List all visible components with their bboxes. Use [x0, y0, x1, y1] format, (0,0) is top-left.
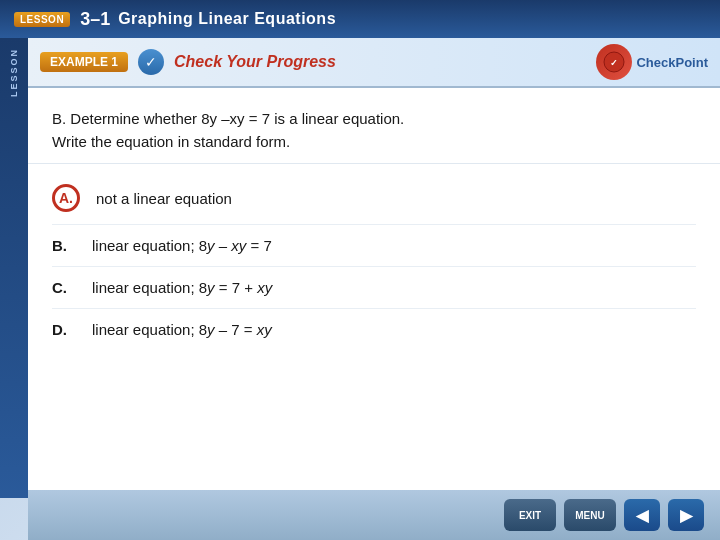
answers-container: A. not a linear equation B. linear equat… [28, 164, 720, 358]
question-line1: B. Determine whether 8y –xy = 7 is a lin… [52, 110, 404, 127]
answer-row-a[interactable]: A. not a linear equation [52, 172, 696, 225]
prev-arrow-icon: ◀ [636, 506, 648, 525]
checkpoint-logo: ✓ CheckPoint [596, 44, 708, 80]
exit-button[interactable]: EXIT [504, 499, 556, 531]
question-text-line1: B. Determine whether 8y –xy = 7 is a lin… [52, 108, 696, 153]
lesson-badge: LESSON [14, 12, 70, 27]
answer-row-c[interactable]: C. linear equation; 8y = 7 + xy [52, 267, 696, 309]
header-title: Graphing Linear Equations [118, 10, 336, 28]
answer-text-b: linear equation; 8y – xy = 7 [92, 237, 272, 254]
example-badge: EXAMPLE 1 [40, 52, 128, 72]
prev-button[interactable]: ◀ [624, 499, 660, 531]
answer-text-c: linear equation; 8y = 7 + xy [92, 279, 272, 296]
check-circle-icon: ✓ [138, 49, 164, 75]
answer-label-b: B. [52, 237, 76, 254]
answer-text-d: linear equation; 8y – 7 = xy [92, 321, 272, 338]
checkpoint-svg-icon: ✓ [603, 51, 625, 73]
lesson-sidebar: LESSON [0, 38, 28, 498]
check-mark: ✓ [145, 54, 157, 70]
top-header-bar: LESSON 3–1 Graphing Linear Equations [0, 0, 720, 38]
answer-row-d[interactable]: D. linear equation; 8y – 7 = xy [52, 309, 696, 350]
next-button[interactable]: ▶ [668, 499, 704, 531]
answer-label-c: C. [52, 279, 76, 296]
answer-text-a: not a linear equation [96, 190, 232, 207]
checkpoint-icon: ✓ [596, 44, 632, 80]
question-area: B. Determine whether 8y –xy = 7 is a lin… [28, 88, 720, 164]
next-arrow-icon: ▶ [680, 506, 692, 525]
checkpoint-text: CheckPoint [636, 55, 708, 70]
menu-label: MENU [575, 510, 604, 521]
svg-text:✓: ✓ [610, 58, 618, 68]
answer-row-b[interactable]: B. linear equation; 8y – xy = 7 [52, 225, 696, 267]
lesson-number: 3–1 [80, 9, 110, 30]
bottom-nav: EXIT MENU ◀ ▶ [28, 490, 720, 540]
exit-label: EXIT [519, 510, 541, 521]
answer-label-a: A. [52, 184, 80, 212]
lesson-badge-text: LESSON [20, 14, 64, 25]
check-your-progress-label: Check Your Progress [174, 53, 336, 71]
answer-label-d: D. [52, 321, 76, 338]
sidebar-label: LESSON [9, 48, 19, 97]
question-line2: Write the equation in standard form. [52, 133, 290, 150]
example-bar: EXAMPLE 1 ✓ Check Your Progress ✓ CheckP… [28, 38, 720, 88]
main-content: EXAMPLE 1 ✓ Check Your Progress ✓ CheckP… [28, 38, 720, 490]
menu-button[interactable]: MENU [564, 499, 616, 531]
